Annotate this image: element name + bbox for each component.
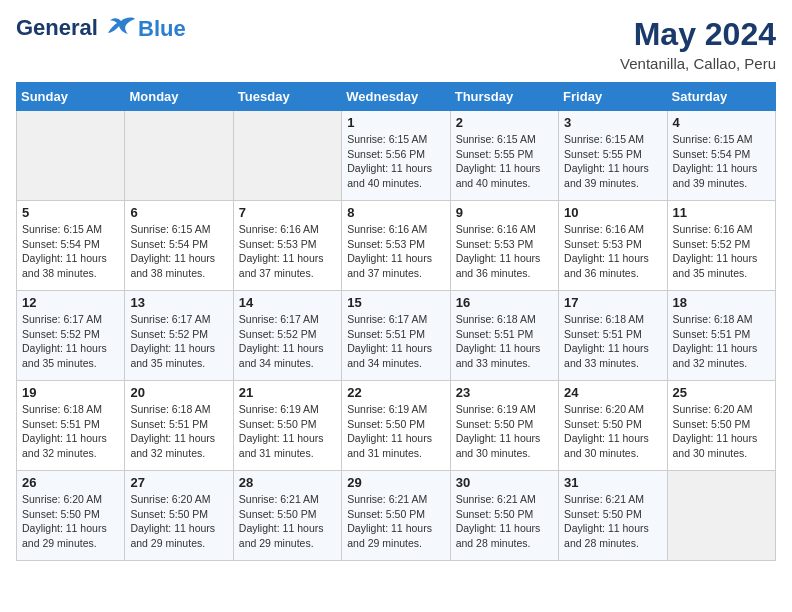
- cell-content: Sunrise: 6:20 AMSunset: 5:50 PMDaylight:…: [130, 492, 227, 551]
- calendar-cell: [667, 471, 775, 561]
- cell-content: Sunrise: 6:15 AMSunset: 5:55 PMDaylight:…: [456, 132, 553, 191]
- calendar-cell: 8Sunrise: 6:16 AMSunset: 5:53 PMDaylight…: [342, 201, 450, 291]
- sunset-text: Sunset: 5:54 PM: [673, 147, 770, 162]
- sunset-text: Sunset: 5:54 PM: [130, 237, 227, 252]
- day-number: 16: [456, 295, 553, 310]
- location: Ventanilla, Callao, Peru: [620, 55, 776, 72]
- daylight-text: Daylight: 11 hours and 30 minutes.: [673, 431, 770, 460]
- cell-content: Sunrise: 6:20 AMSunset: 5:50 PMDaylight:…: [22, 492, 119, 551]
- sunrise-text: Sunrise: 6:21 AM: [564, 492, 661, 507]
- cell-content: Sunrise: 6:16 AMSunset: 5:53 PMDaylight:…: [456, 222, 553, 281]
- day-number: 11: [673, 205, 770, 220]
- daylight-text: Daylight: 11 hours and 32 minutes.: [22, 431, 119, 460]
- day-number: 7: [239, 205, 336, 220]
- day-number: 28: [239, 475, 336, 490]
- sunset-text: Sunset: 5:50 PM: [130, 507, 227, 522]
- cell-content: Sunrise: 6:15 AMSunset: 5:54 PMDaylight:…: [673, 132, 770, 191]
- calendar-cell: 7Sunrise: 6:16 AMSunset: 5:53 PMDaylight…: [233, 201, 341, 291]
- day-number: 6: [130, 205, 227, 220]
- sunrise-text: Sunrise: 6:18 AM: [456, 312, 553, 327]
- cell-content: Sunrise: 6:15 AMSunset: 5:54 PMDaylight:…: [130, 222, 227, 281]
- daylight-text: Daylight: 11 hours and 37 minutes.: [239, 251, 336, 280]
- calendar-cell: 9Sunrise: 6:16 AMSunset: 5:53 PMDaylight…: [450, 201, 558, 291]
- daylight-text: Daylight: 11 hours and 28 minutes.: [456, 521, 553, 550]
- sunrise-text: Sunrise: 6:16 AM: [456, 222, 553, 237]
- sunrise-text: Sunrise: 6:18 AM: [564, 312, 661, 327]
- calendar-week-row: 12Sunrise: 6:17 AMSunset: 5:52 PMDayligh…: [17, 291, 776, 381]
- sunset-text: Sunset: 5:55 PM: [456, 147, 553, 162]
- daylight-text: Daylight: 11 hours and 33 minutes.: [456, 341, 553, 370]
- daylight-text: Daylight: 11 hours and 31 minutes.: [239, 431, 336, 460]
- sunrise-text: Sunrise: 6:15 AM: [347, 132, 444, 147]
- calendar-cell: 27Sunrise: 6:20 AMSunset: 5:50 PMDayligh…: [125, 471, 233, 561]
- daylight-text: Daylight: 11 hours and 36 minutes.: [564, 251, 661, 280]
- sunrise-text: Sunrise: 6:18 AM: [22, 402, 119, 417]
- sunset-text: Sunset: 5:50 PM: [673, 417, 770, 432]
- logo-blue-text: Blue: [138, 17, 186, 41]
- daylight-text: Daylight: 11 hours and 35 minutes.: [22, 341, 119, 370]
- day-number: 17: [564, 295, 661, 310]
- cell-content: Sunrise: 6:15 AMSunset: 5:56 PMDaylight:…: [347, 132, 444, 191]
- day-number: 30: [456, 475, 553, 490]
- daylight-text: Daylight: 11 hours and 28 minutes.: [564, 521, 661, 550]
- daylight-text: Daylight: 11 hours and 37 minutes.: [347, 251, 444, 280]
- daylight-text: Daylight: 11 hours and 35 minutes.: [130, 341, 227, 370]
- title-block: May 2024 Ventanilla, Callao, Peru: [620, 16, 776, 72]
- daylight-text: Daylight: 11 hours and 40 minutes.: [347, 161, 444, 190]
- calendar-cell: [233, 111, 341, 201]
- day-number: 21: [239, 385, 336, 400]
- cell-content: Sunrise: 6:19 AMSunset: 5:50 PMDaylight:…: [347, 402, 444, 461]
- logo-bird-icon: [106, 16, 136, 42]
- calendar-cell: 4Sunrise: 6:15 AMSunset: 5:54 PMDaylight…: [667, 111, 775, 201]
- day-number: 2: [456, 115, 553, 130]
- day-number: 25: [673, 385, 770, 400]
- cell-content: Sunrise: 6:19 AMSunset: 5:50 PMDaylight:…: [456, 402, 553, 461]
- day-number: 8: [347, 205, 444, 220]
- sunset-text: Sunset: 5:56 PM: [347, 147, 444, 162]
- day-number: 3: [564, 115, 661, 130]
- cell-content: Sunrise: 6:18 AMSunset: 5:51 PMDaylight:…: [130, 402, 227, 461]
- sunrise-text: Sunrise: 6:21 AM: [456, 492, 553, 507]
- calendar-week-row: 1Sunrise: 6:15 AMSunset: 5:56 PMDaylight…: [17, 111, 776, 201]
- sunset-text: Sunset: 5:50 PM: [347, 417, 444, 432]
- day-number: 14: [239, 295, 336, 310]
- logo-text: General: [16, 16, 136, 42]
- sunrise-text: Sunrise: 6:16 AM: [239, 222, 336, 237]
- cell-content: Sunrise: 6:21 AMSunset: 5:50 PMDaylight:…: [347, 492, 444, 551]
- calendar-cell: 22Sunrise: 6:19 AMSunset: 5:50 PMDayligh…: [342, 381, 450, 471]
- weekday-header-saturday: Saturday: [667, 83, 775, 111]
- daylight-text: Daylight: 11 hours and 34 minutes.: [239, 341, 336, 370]
- calendar-cell: 20Sunrise: 6:18 AMSunset: 5:51 PMDayligh…: [125, 381, 233, 471]
- day-number: 1: [347, 115, 444, 130]
- cell-content: Sunrise: 6:17 AMSunset: 5:52 PMDaylight:…: [22, 312, 119, 371]
- daylight-text: Daylight: 11 hours and 31 minutes.: [347, 431, 444, 460]
- sunrise-text: Sunrise: 6:15 AM: [130, 222, 227, 237]
- weekday-header-row: SundayMondayTuesdayWednesdayThursdayFrid…: [17, 83, 776, 111]
- sunrise-text: Sunrise: 6:16 AM: [347, 222, 444, 237]
- sunrise-text: Sunrise: 6:18 AM: [130, 402, 227, 417]
- sunset-text: Sunset: 5:53 PM: [564, 237, 661, 252]
- month-year: May 2024: [620, 16, 776, 53]
- weekday-header-wednesday: Wednesday: [342, 83, 450, 111]
- daylight-text: Daylight: 11 hours and 35 minutes.: [673, 251, 770, 280]
- sunset-text: Sunset: 5:52 PM: [22, 327, 119, 342]
- cell-content: Sunrise: 6:16 AMSunset: 5:52 PMDaylight:…: [673, 222, 770, 281]
- calendar-cell: 29Sunrise: 6:21 AMSunset: 5:50 PMDayligh…: [342, 471, 450, 561]
- cell-content: Sunrise: 6:18 AMSunset: 5:51 PMDaylight:…: [22, 402, 119, 461]
- sunrise-text: Sunrise: 6:20 AM: [673, 402, 770, 417]
- sunrise-text: Sunrise: 6:16 AM: [564, 222, 661, 237]
- day-number: 18: [673, 295, 770, 310]
- cell-content: Sunrise: 6:15 AMSunset: 5:54 PMDaylight:…: [22, 222, 119, 281]
- daylight-text: Daylight: 11 hours and 40 minutes.: [456, 161, 553, 190]
- sunset-text: Sunset: 5:51 PM: [456, 327, 553, 342]
- day-number: 10: [564, 205, 661, 220]
- sunset-text: Sunset: 5:51 PM: [22, 417, 119, 432]
- cell-content: Sunrise: 6:16 AMSunset: 5:53 PMDaylight:…: [347, 222, 444, 281]
- calendar-cell: 19Sunrise: 6:18 AMSunset: 5:51 PMDayligh…: [17, 381, 125, 471]
- sunset-text: Sunset: 5:51 PM: [673, 327, 770, 342]
- day-number: 24: [564, 385, 661, 400]
- calendar-table: SundayMondayTuesdayWednesdayThursdayFrid…: [16, 82, 776, 561]
- day-number: 5: [22, 205, 119, 220]
- sunrise-text: Sunrise: 6:19 AM: [456, 402, 553, 417]
- sunset-text: Sunset: 5:52 PM: [239, 327, 336, 342]
